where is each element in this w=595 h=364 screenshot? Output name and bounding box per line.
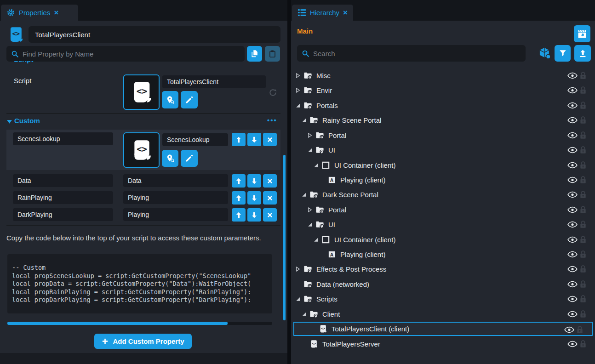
lock-icon[interactable] (577, 326, 583, 334)
lock-icon[interactable] (580, 310, 586, 318)
tree-row[interactable]: UI Container (client) (291, 158, 595, 172)
lock-icon[interactable] (580, 116, 586, 124)
object-name-field[interactable] (29, 26, 280, 43)
script-asset-value[interactable]: TotalPlayersClient (162, 75, 266, 88)
move-property-down-button[interactable] (247, 133, 261, 146)
tree-row-selected[interactable]: <>TotalPlayersClient (client) (293, 322, 593, 336)
export-button[interactable] (574, 45, 591, 62)
visibility-eye-icon[interactable] (567, 251, 578, 258)
move-property-up-button[interactable] (232, 208, 246, 222)
visibility-eye-icon[interactable] (567, 102, 578, 109)
visibility-eye-icon[interactable] (567, 221, 578, 228)
move-property-down-button[interactable] (247, 208, 261, 222)
tree-row[interactable]: Scripts (291, 292, 595, 306)
script-asset-thumbnail[interactable]: <> (123, 74, 160, 110)
scene-manager-button[interactable] (574, 25, 590, 42)
tree-row[interactable]: Data (networked) (291, 277, 595, 291)
tree-row[interactable]: APlaying (client) (291, 247, 595, 262)
visibility-eye-icon[interactable] (567, 147, 578, 154)
find-in-catalog-button[interactable] (162, 150, 178, 167)
expand-arrow-closed-icon[interactable] (308, 133, 315, 138)
custom-property-name-field[interactable] (13, 191, 113, 204)
lock-icon[interactable] (580, 295, 586, 303)
lock-icon[interactable] (580, 206, 586, 214)
visibility-eye-icon[interactable] (564, 326, 574, 333)
expand-arrow-open-icon[interactable] (302, 192, 309, 198)
tab-hierarchy[interactable]: Hierarchy × (292, 5, 353, 21)
tab-properties[interactable]: Properties × (1, 5, 78, 21)
visibility-eye-icon[interactable] (567, 236, 578, 243)
tree-row[interactable]: UI (291, 143, 595, 157)
tree-row[interactable]: Envir (291, 83, 595, 97)
expand-arrow-closed-icon[interactable] (296, 88, 303, 93)
expand-arrow-open-icon[interactable] (302, 118, 309, 123)
custom-property-value[interactable]: Playing (123, 191, 228, 204)
lock-icon[interactable] (580, 176, 586, 184)
tree-row[interactable]: UI Container (client) (291, 233, 595, 247)
tree-row[interactable]: Rainy Scene Portal (291, 113, 595, 127)
visibility-eye-icon[interactable] (567, 176, 578, 183)
expand-arrow-open-icon[interactable] (314, 237, 320, 243)
visibility-eye-icon[interactable] (567, 311, 578, 318)
expand-arrow-open-icon[interactable] (296, 296, 303, 302)
lock-icon[interactable] (580, 102, 586, 109)
property-search-input[interactable] (23, 50, 240, 58)
hierarchy-search-input[interactable] (313, 50, 521, 57)
custom-property-value[interactable]: ScenesLookup (162, 133, 228, 146)
delete-property-button[interactable] (263, 208, 277, 222)
filter-button[interactable] (555, 45, 571, 62)
custom-property-value[interactable]: Data (123, 174, 228, 187)
lock-icon[interactable] (580, 86, 586, 94)
visibility-eye-icon[interactable] (567, 266, 578, 273)
visibility-eye-icon[interactable] (567, 281, 578, 288)
tree-row[interactable]: UI (291, 217, 595, 232)
expand-arrow-closed-icon[interactable] (308, 207, 315, 213)
move-property-down-button[interactable] (247, 191, 261, 205)
horizontal-scrollbar[interactable] (7, 322, 272, 325)
tree-row[interactable]: Client (291, 307, 595, 321)
move-property-up-button[interactable] (232, 174, 246, 188)
edit-script-button[interactable] (181, 150, 198, 167)
collapse-triangle-icon[interactable] (7, 120, 12, 124)
visibility-eye-icon[interactable] (567, 162, 578, 169)
visibility-eye-icon[interactable] (567, 87, 578, 94)
custom-property-value[interactable]: Playing (123, 208, 228, 221)
visibility-eye-icon[interactable] (567, 296, 578, 302)
delete-property-button[interactable] (263, 191, 277, 205)
delete-property-button[interactable] (263, 133, 277, 146)
lock-icon[interactable] (580, 340, 586, 348)
reset-property-icon[interactable] (269, 88, 277, 97)
add-custom-property-button[interactable]: Add Custom Property (94, 334, 192, 349)
find-in-catalog-button[interactable] (162, 91, 178, 108)
custom-property-name-field[interactable] (13, 174, 113, 187)
expand-arrow-open-icon[interactable] (296, 103, 303, 108)
custom-asset-thumbnail[interactable]: <> (123, 132, 160, 168)
scene-root-label[interactable]: Main (297, 27, 313, 35)
tree-row[interactable]: Portals (291, 98, 595, 113)
visibility-eye-icon[interactable] (567, 191, 578, 198)
horizontal-scrollbar-thumb[interactable] (7, 322, 228, 325)
tree-row[interactable]: Effects & Post Process (291, 262, 595, 276)
copy-properties-button[interactable] (247, 46, 262, 62)
expand-arrow-open-icon[interactable] (308, 222, 315, 228)
paste-properties-button[interactable] (265, 46, 280, 62)
visibility-eye-icon[interactable] (567, 341, 578, 347)
lock-icon[interactable] (580, 280, 586, 288)
close-icon[interactable]: × (343, 9, 348, 17)
lock-icon[interactable] (580, 236, 586, 244)
expand-arrow-closed-icon[interactable] (296, 73, 303, 79)
tree-row[interactable]: <>TotalPlayersServer (291, 337, 595, 351)
expand-arrow-open-icon[interactable] (302, 312, 309, 317)
move-property-down-button[interactable] (247, 174, 261, 188)
lock-icon[interactable] (580, 131, 586, 139)
custom-section-menu[interactable]: ••• (267, 116, 277, 124)
lock-icon[interactable] (580, 72, 586, 80)
custom-property-name-field[interactable] (13, 132, 113, 145)
delete-property-button[interactable] (263, 174, 277, 188)
tree-row[interactable]: Portal (291, 203, 595, 217)
expand-arrow-closed-icon[interactable] (296, 267, 303, 272)
lock-icon[interactable] (580, 191, 586, 199)
lock-icon[interactable] (580, 161, 586, 169)
visibility-eye-icon[interactable] (567, 72, 578, 79)
lock-icon[interactable] (580, 146, 586, 154)
